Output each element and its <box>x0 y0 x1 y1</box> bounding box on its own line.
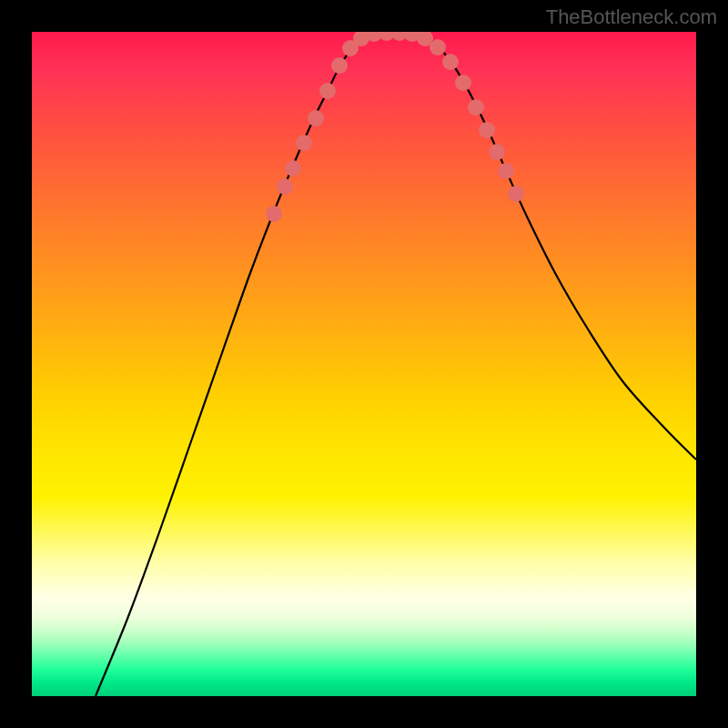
data-point <box>498 163 514 179</box>
data-point <box>296 135 312 151</box>
data-point <box>277 178 293 195</box>
data-point <box>430 39 446 56</box>
data-point <box>455 75 471 91</box>
data-point <box>442 54 459 70</box>
data-point <box>331 57 348 74</box>
data-point <box>479 122 495 138</box>
data-point <box>285 160 301 177</box>
watermark-label: TheBottleneck.com <box>546 5 717 29</box>
data-points-group <box>266 32 524 222</box>
data-point <box>468 99 484 116</box>
bottleneck-curve <box>96 33 696 696</box>
chart-svg <box>32 32 696 696</box>
chart-plot-area <box>32 32 696 696</box>
data-point <box>489 144 505 160</box>
data-point <box>508 186 524 202</box>
data-point <box>308 110 324 126</box>
data-point <box>266 206 282 222</box>
data-point <box>319 83 336 99</box>
